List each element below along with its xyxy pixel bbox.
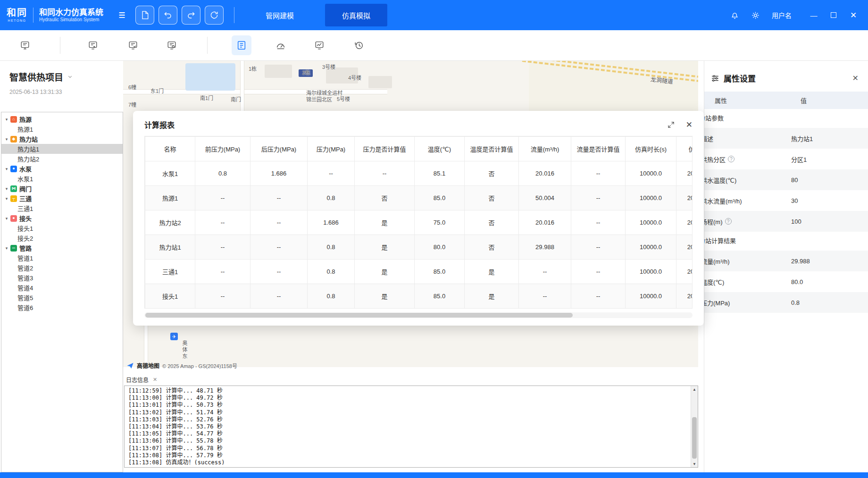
tree-item-热源1[interactable]: 热源1 [1, 124, 123, 134]
collapse-arrow-icon[interactable]: ▾ [4, 117, 9, 122]
properties-column-header: 属性 值 [704, 92, 868, 109]
help-icon[interactable]: ? [725, 218, 732, 225]
chevron-down-icon[interactable] [67, 74, 73, 80]
help-icon[interactable]: ? [728, 156, 734, 162]
window-minimize-button[interactable]: — [804, 6, 824, 25]
report-column-header: 后压力(MPa) [250, 137, 308, 161]
property-row[interactable]: 压力(MPa)0.8 [704, 292, 868, 313]
curve-monitor-button[interactable] [309, 35, 329, 55]
log-output[interactable]: [11:12:59] 计算中... 48.71 秒[11:13:00] 计算中.… [124, 386, 698, 468]
property-row[interactable]: 供水温度(℃)80 [704, 169, 868, 190]
tree-item-label: 管道3 [17, 273, 33, 282]
tree-item-管道1[interactable]: 管道1 [1, 253, 123, 263]
report-column-header: 压力是否计算值 [355, 137, 415, 161]
property-row[interactable]: 供热分区?分区1 [704, 149, 868, 169]
tree-item-阀门[interactable]: ▾⋈阀门 [1, 184, 123, 193]
vertical-scrollbar-thumb[interactable] [692, 417, 697, 459]
property-row[interactable]: 扬程(m)?100 [704, 211, 868, 232]
undo-button[interactable] [159, 6, 177, 25]
tree-item-水泵[interactable]: ▾●水泵 [1, 164, 123, 174]
window-maximize-button[interactable] [824, 6, 843, 25]
report-cell: 10000.0 [626, 235, 676, 260]
tree-item-接头1[interactable]: 接头1 [1, 223, 123, 233]
log-tab[interactable]: 日志信息 [126, 376, 149, 384]
report-cell: -- [195, 186, 250, 210]
properties-close-icon[interactable]: ✕ [852, 74, 859, 83]
tree-item-管路[interactable]: ▾═管路 [1, 243, 123, 253]
report-list-button[interactable] [232, 35, 251, 55]
vertical-scrollbar[interactable]: ▲ ▼ [691, 386, 698, 467]
expand-icon[interactable] [668, 121, 675, 128]
collapse-arrow-icon[interactable]: ▾ [4, 196, 9, 201]
tree-item-三通1[interactable]: 三通1 [1, 203, 123, 213]
horizontal-scrollbar-thumb[interactable] [145, 313, 573, 318]
log-tab-close-icon[interactable]: ✕ [153, 377, 157, 383]
log-tab-row: 日志信息 ✕ [126, 376, 157, 384]
report-cell: -- [571, 235, 626, 260]
report-cell: -- [571, 161, 626, 186]
tree-item-管道4[interactable]: 管道4 [1, 283, 123, 293]
horizontal-scrollbar[interactable] [144, 312, 693, 318]
property-value: 0.8 [791, 299, 800, 306]
project-timestamp: 2025-06-13 13:31:33 [9, 89, 123, 95]
report-column-header: 仿真开始时间 [676, 137, 693, 161]
tree-item-管道2[interactable]: 管道2 [1, 263, 123, 273]
new-file-button[interactable] [135, 6, 154, 25]
tree-item-三通[interactable]: ▾┬三通 [1, 193, 123, 203]
menu-icon[interactable] [117, 10, 128, 20]
tree-item-接头2[interactable]: 接头2 [1, 233, 123, 243]
redo-button[interactable] [182, 6, 200, 25]
map-label: 1栋 [249, 65, 257, 72]
properties-titlebar: 属性设置 ✕ [704, 61, 868, 84]
tree-item-接头[interactable]: ▾●接头 [1, 213, 123, 223]
history-button[interactable] [349, 35, 369, 55]
property-value: 30 [791, 197, 798, 204]
report-cell: 否 [355, 186, 415, 210]
device-report-button-4[interactable] [162, 35, 182, 55]
gauge-button[interactable] [271, 35, 291, 55]
property-row[interactable]: 描述热力站1 [704, 128, 868, 149]
tree-item-管道5[interactable]: 管道5 [1, 293, 123, 302]
property-row[interactable]: 温度(℃)80.0 [704, 271, 868, 292]
tree-item-管道6[interactable]: 管道6 [1, 302, 123, 312]
username-menu[interactable]: 用户名 [772, 10, 792, 20]
tree-item-热源[interactable]: ▾⌂热源 [1, 114, 123, 124]
tree-item-label: 管道2 [17, 263, 33, 272]
report-cell: 是 [355, 260, 415, 284]
property-section-label: 热力站参数 [704, 109, 868, 128]
tree-item-label: 管道6 [17, 303, 33, 312]
window-close-button[interactable]: ✕ [843, 6, 863, 25]
log-line: [11:13:08] 仿真成功！(success) [128, 459, 694, 466]
device-report-button-3[interactable] [123, 35, 143, 55]
tree-item-管道3[interactable]: 管道3 [1, 273, 123, 283]
refresh-button[interactable] [205, 6, 224, 25]
modal-close-icon[interactable]: ✕ [686, 120, 693, 130]
notification-bell-icon[interactable] [726, 7, 743, 23]
tree-item-热力站2[interactable]: 热力站2 [1, 154, 123, 164]
scroll-down-icon[interactable]: ▼ [691, 461, 698, 467]
settings-gear-icon[interactable] [747, 7, 763, 23]
tab-pipe-modeling[interactable]: 管网建模 [253, 0, 306, 30]
device-report-button-1[interactable] [15, 35, 35, 55]
report-cell: 三通1 [145, 260, 195, 284]
collapse-arrow-icon[interactable]: ▾ [4, 167, 9, 171]
tree-item-热力站[interactable]: ▾◆热力站 [1, 134, 123, 144]
tree-item-label: 接头2 [17, 234, 33, 243]
tree-item-水泵1[interactable]: 水泵1 [1, 174, 123, 184]
toolbar-separator [60, 37, 60, 54]
map-label: 2栋 [302, 68, 310, 76]
tree-item-label: 接头 [19, 214, 32, 223]
tab-simulation[interactable]: 仿真模拟 [325, 4, 387, 26]
property-row[interactable]: 流量(m³/h)29.988 [704, 251, 868, 271]
device-report-button-2[interactable] [83, 35, 103, 55]
property-section-label: 热力站计算结果 [704, 232, 868, 251]
collapse-arrow-icon[interactable]: ▾ [4, 137, 9, 142]
report-cell: 0.8 [308, 186, 355, 210]
scroll-up-icon[interactable]: ▲ [691, 386, 698, 393]
map-poi-marker-icon[interactable]: ✈ [170, 333, 178, 340]
collapse-arrow-icon[interactable]: ▾ [4, 216, 9, 221]
collapse-arrow-icon[interactable]: ▾ [4, 246, 9, 251]
tree-item-热力站1[interactable]: 热力站1 [1, 144, 123, 154]
property-row[interactable]: 供水流量(m³/h)30 [704, 190, 868, 211]
collapse-arrow-icon[interactable]: ▾ [4, 186, 9, 191]
